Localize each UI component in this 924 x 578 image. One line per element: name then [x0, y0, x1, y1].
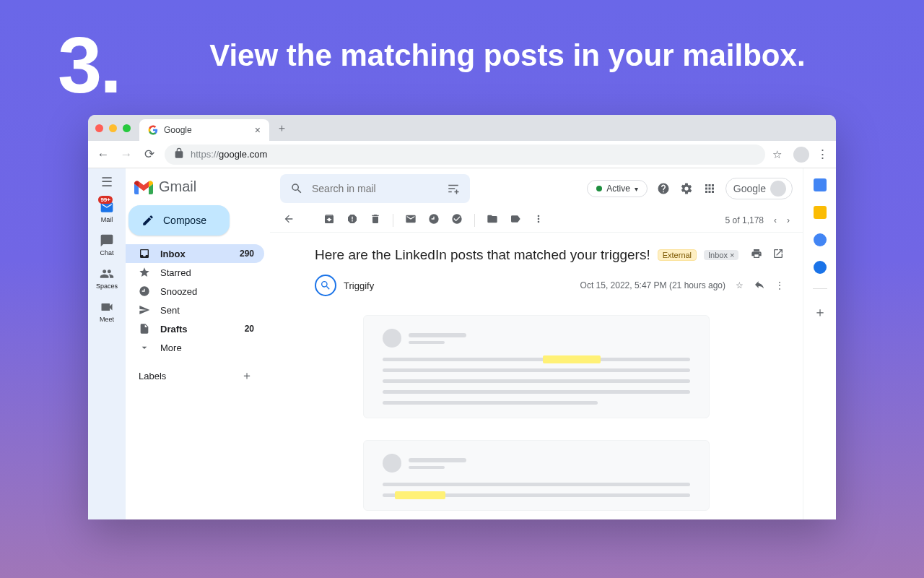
archive-button[interactable] — [323, 213, 335, 228]
placeholder-line — [409, 333, 466, 337]
tune-icon[interactable] — [447, 182, 460, 195]
more-button[interactable] — [533, 213, 544, 228]
gmail-app: ☰ 99+ Mail Chat Spaces Meet — [88, 168, 836, 519]
browser-menu-icon[interactable]: ⋮ — [816, 147, 829, 162]
keep-addon-icon[interactable] — [814, 206, 827, 219]
gmail-logo-icon — [134, 180, 153, 194]
star-icon — [139, 267, 150, 278]
file-icon — [139, 323, 150, 335]
placeholder-line — [383, 401, 598, 405]
gmail-brand-text: Gmail — [159, 178, 196, 195]
add-to-tasks-button[interactable] — [451, 213, 463, 228]
account-chip[interactable]: Google — [725, 178, 793, 199]
browser-address-bar: ← → ⟳ https://google.com ☆ ⋮ — [88, 141, 836, 168]
sender-row: Triggify Oct 15, 2022, 5:47 PM (21 hours… — [289, 270, 784, 302]
chevron-down-icon — [139, 342, 150, 353]
email-main: Active ▾ Google — [270, 168, 803, 519]
search-input[interactable] — [312, 183, 438, 194]
gmail-topbar: Active ▾ Google — [270, 168, 803, 209]
close-tab-icon[interactable]: × — [255, 124, 261, 136]
search-icon — [290, 182, 303, 195]
rail-item-spaces[interactable]: Spaces — [96, 267, 118, 290]
calendar-addon-icon[interactable] — [814, 178, 827, 191]
apps-grid-icon[interactable] — [702, 182, 717, 195]
rail-item-mail[interactable]: 99+ Mail — [100, 200, 114, 223]
email-subject-row: Here are the LinkedIn posts that matched… — [289, 237, 784, 270]
chevron-down-icon: ▾ — [635, 185, 638, 193]
snooze-button[interactable] — [428, 213, 440, 228]
browser-window: Google × ＋ ← → ⟳ https://google.com ☆ ⋮ … — [88, 115, 836, 519]
forward-button[interactable]: → — [118, 147, 134, 162]
menu-icon[interactable]: ☰ — [101, 174, 113, 190]
email-body — [289, 302, 784, 519]
labels-button[interactable] — [510, 213, 521, 228]
message-more-icon[interactable]: ⋮ — [775, 280, 784, 290]
step-number: 3. — [58, 29, 120, 100]
placeholder-line-highlighted — [383, 358, 690, 361]
move-to-button[interactable] — [487, 213, 498, 228]
url-field[interactable]: https://google.com — [165, 144, 765, 165]
profile-avatar-icon[interactable] — [793, 147, 809, 163]
chat-icon — [100, 233, 114, 248]
print-icon[interactable] — [751, 247, 762, 263]
placeholder-line — [409, 341, 445, 344]
unread-badge: 99+ — [98, 196, 113, 204]
inbox-chip[interactable]: Inbox — [704, 250, 738, 260]
star-message-icon[interactable]: ☆ — [736, 280, 744, 290]
compose-button[interactable]: Compose — [128, 205, 230, 236]
nav-snoozed[interactable]: Snoozed — [126, 282, 264, 301]
step-title: View the matching posts in your mailbox. — [149, 29, 866, 76]
add-label-button[interactable]: ＋ — [241, 368, 253, 384]
clock-icon — [139, 285, 150, 297]
placeholder-line — [383, 379, 690, 383]
placeholder-line — [409, 466, 445, 469]
report-spam-button[interactable] — [346, 213, 358, 228]
get-addons-button[interactable]: ＋ — [814, 303, 827, 321]
linkedin-post-preview — [363, 440, 710, 511]
rail-item-meet[interactable]: Meet — [100, 300, 114, 323]
status-chip[interactable]: Active ▾ — [587, 180, 648, 197]
back-arrow-button[interactable] — [283, 213, 295, 228]
reply-icon[interactable] — [754, 279, 765, 293]
linkedin-post-preview — [363, 315, 710, 418]
meet-icon — [100, 300, 114, 314]
tasks-addon-icon[interactable] — [814, 233, 827, 246]
next-button[interactable]: › — [787, 215, 790, 225]
placeholder-line — [383, 390, 690, 394]
window-controls — [95, 124, 131, 132]
contacts-addon-icon[interactable] — [814, 261, 827, 274]
placeholder-line-highlighted — [383, 493, 690, 497]
nav-sent[interactable]: Sent — [126, 301, 264, 319]
bookmark-star-icon[interactable]: ☆ — [772, 148, 782, 161]
gear-icon[interactable] — [679, 182, 694, 195]
browser-tabbar: Google × ＋ — [88, 115, 836, 141]
help-icon[interactable] — [656, 182, 671, 195]
reload-button[interactable]: ⟳ — [141, 147, 157, 162]
new-tab-button[interactable]: ＋ — [276, 121, 287, 135]
mark-unread-button[interactable] — [405, 213, 417, 228]
email-subject: Here are the LinkedIn posts that matched… — [315, 247, 650, 263]
browser-tab-title: Google — [164, 125, 192, 135]
close-window-icon[interactable] — [95, 124, 103, 132]
url-text: https://google.com — [191, 149, 267, 160]
minimize-window-icon[interactable] — [109, 124, 117, 132]
message-toolbar: 5 of 1,178 ‹ › — [270, 209, 803, 232]
browser-tab[interactable]: Google × — [139, 119, 269, 141]
rail-item-chat[interactable]: Chat — [100, 233, 114, 256]
email-timestamp: Oct 15, 2022, 5:47 PM (21 hours ago) — [580, 280, 725, 290]
delete-button[interactable] — [370, 213, 381, 228]
nav-more[interactable]: More — [126, 338, 264, 357]
sender-name: Triggify — [344, 280, 374, 291]
prev-button[interactable]: ‹ — [774, 215, 777, 225]
post-avatar-icon — [383, 329, 401, 348]
placeholder-line — [383, 483, 690, 486]
labels-header: Labels ＋ — [126, 357, 264, 387]
nav-starred[interactable]: Starred — [126, 263, 264, 282]
open-new-window-icon[interactable] — [772, 247, 784, 263]
nav-inbox[interactable]: Inbox 290 — [126, 244, 264, 263]
search-field[interactable] — [280, 174, 470, 203]
maximize-window-icon[interactable] — [123, 124, 131, 132]
gmail-brand: Gmail — [126, 174, 264, 202]
nav-drafts[interactable]: Drafts 20 — [126, 319, 264, 338]
back-button[interactable]: ← — [95, 147, 111, 162]
